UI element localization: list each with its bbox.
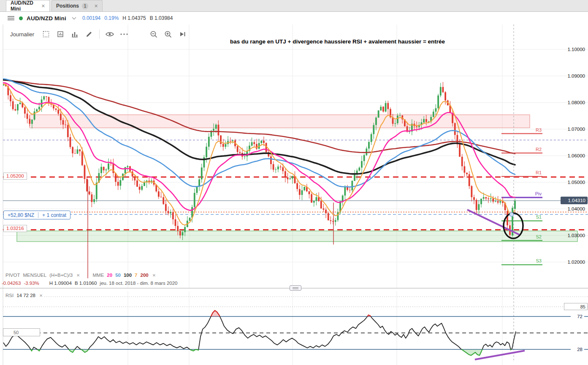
divider <box>38 212 38 218</box>
mme-period-100[interactable]: 100 <box>124 273 132 278</box>
candle-body <box>385 103 387 111</box>
session-low: B 1.03984 <box>150 15 173 21</box>
candle-body <box>96 183 98 199</box>
pivot-label-R2: R2 <box>536 147 542 152</box>
candle-body <box>495 201 496 202</box>
mme-period-200[interactable]: 200 <box>141 273 149 278</box>
ellipsis-icon[interactable] <box>120 30 128 38</box>
candle-body <box>62 120 64 125</box>
remove-pivot-icon[interactable]: ✕ <box>76 273 80 278</box>
candle-body <box>220 135 222 144</box>
candle-body <box>79 149 81 151</box>
remove-rsi-icon[interactable]: ✕ <box>39 293 43 298</box>
position-pnl: +52,80 $NZ <box>8 212 34 218</box>
candle-body <box>311 194 312 203</box>
pencil-icon[interactable] <box>85 30 93 38</box>
candle-body <box>466 173 468 174</box>
candle-body <box>72 147 73 153</box>
candle-body <box>433 112 434 117</box>
price-axis-label: 1.09000 <box>567 73 585 78</box>
candle-body <box>198 179 200 187</box>
candle-body <box>323 208 325 210</box>
menu-icon[interactable] <box>7 14 15 22</box>
timeframe-select[interactable]: Journalier <box>10 31 34 38</box>
candle-body <box>358 168 360 170</box>
candle-body <box>74 153 76 154</box>
rsi-indicator-label[interactable]: RSI 14 72 28 ✕ <box>5 293 43 298</box>
price-axis-label: 1.10000 <box>567 47 585 52</box>
candle-body <box>119 180 121 186</box>
pivot-indicator-label[interactable]: PIVOT MENSUEL (H+B+C)/3 ✕ MME 2050100720… <box>5 273 156 278</box>
candle-body <box>292 176 293 178</box>
candle-body <box>368 142 370 149</box>
position-badge[interactable]: +52,80 $NZ + 1 contrat <box>3 211 70 219</box>
period-change: -0.04263 <box>2 281 21 286</box>
layout-grid-icon[interactable] <box>42 30 50 38</box>
candle-body <box>351 181 353 190</box>
bar-chart-icon[interactable] <box>70 30 79 38</box>
candle-body <box>218 124 219 135</box>
mme-period-20[interactable]: 20 <box>107 273 112 278</box>
trendline-rsi <box>475 351 525 360</box>
price-and-rsi-chart-canvas[interactable]: R3R2R1PivS1S2S31.100001.090001.080001.07… <box>0 0 588 365</box>
candle-body <box>437 95 439 108</box>
candle-body <box>12 101 14 109</box>
mme-period-50[interactable]: 50 <box>115 273 121 278</box>
candle-body <box>313 201 315 203</box>
candle-body <box>444 92 446 100</box>
candle-body <box>492 198 494 201</box>
candle-body <box>423 119 425 122</box>
candle-body <box>514 200 516 209</box>
pivot-label-S1: S1 <box>536 214 542 219</box>
session-high: H 1.04375 <box>122 15 146 21</box>
current-price-badge: 1.04310 <box>561 197 588 204</box>
instrument-header: AUD/NZD Mini 0.00194 0.19% H 1.04375 B 1… <box>0 12 588 24</box>
mme-periods[interactable]: 20501007200 <box>107 273 148 278</box>
candle-body <box>189 218 191 221</box>
price-axis-label: 1.05000 <box>567 180 585 185</box>
candle-body <box>335 220 336 222</box>
candle-body <box>103 167 105 170</box>
candle-body <box>375 118 377 125</box>
candle-body <box>110 163 112 164</box>
candle-body <box>373 125 374 134</box>
close-tab-icon[interactable]: ✕ <box>94 3 98 9</box>
zoom-in-icon[interactable] <box>164 30 172 38</box>
tab-positions[interactable]: Positions 1 ✕ <box>51 0 103 11</box>
tab-label: Positions <box>56 3 79 9</box>
trading-app-window: R3R2R1PivS1S2S31.100001.090001.080001.07… <box>0 0 588 365</box>
candle-body <box>485 197 487 198</box>
candle-body <box>497 201 499 203</box>
skip-to-latest-icon[interactable] <box>178 30 187 38</box>
candle-body <box>194 193 195 207</box>
remove-mme-icon[interactable]: ✕ <box>152 273 156 278</box>
candle-body <box>213 129 214 131</box>
zoom-out-icon[interactable] <box>149 30 158 38</box>
tab-bar: AUD/NZD Mini ✕ Positions 1 ✕ <box>0 0 588 12</box>
tab-audnzd-mini[interactable]: AUD/NZD Mini ✕ <box>6 0 50 11</box>
mme-name: MME <box>92 273 104 278</box>
price-axis-label: 1.02000 <box>567 260 585 265</box>
candle-body <box>289 178 291 179</box>
pivot-formula: (H+B+C)/3 <box>49 273 73 278</box>
candle-body <box>469 174 470 186</box>
candle-body <box>127 166 128 167</box>
price-change: 0.00194 <box>82 15 100 21</box>
pivot-label-S2: S2 <box>536 234 542 239</box>
rsi-lower-label: 28 <box>577 347 583 352</box>
chart-window-icon[interactable] <box>56 30 65 38</box>
candle-body <box>277 167 279 170</box>
candle-body <box>280 167 282 168</box>
eye-icon[interactable] <box>106 30 114 38</box>
candle-body <box>105 170 107 170</box>
candle-body <box>70 137 71 147</box>
candle-body <box>299 189 301 195</box>
close-tab-icon[interactable]: ✕ <box>41 3 45 9</box>
candle-body <box>196 187 198 193</box>
candle-body <box>416 126 417 127</box>
mme-period-7[interactable]: 7 <box>135 273 137 278</box>
pane-divider-handle[interactable] <box>290 285 301 291</box>
candle-body <box>46 96 47 97</box>
candle-body <box>361 161 363 168</box>
chevron-down-icon[interactable] <box>70 14 79 22</box>
